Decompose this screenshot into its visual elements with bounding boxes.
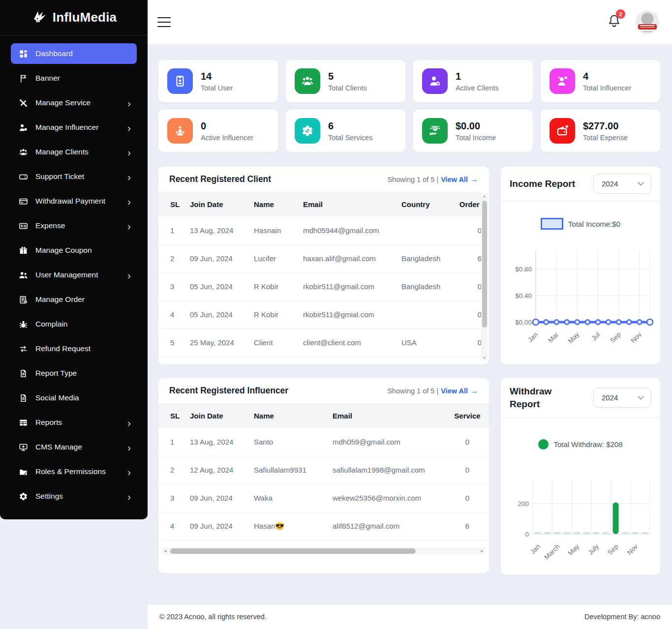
svg-text:$0.40: $0.40 <box>515 292 532 300</box>
income-report-title: Income Report <box>510 179 575 189</box>
table-cell: 2 <box>158 456 186 484</box>
recent-influencers-table: SLJoin DateNameEmailService$ 113 Aug, 20… <box>158 403 489 540</box>
vertical-scrollbar[interactable]: ▲ ▼ <box>481 193 488 360</box>
hamburger-menu-icon[interactable] <box>157 12 172 32</box>
sidebar-item-dashboard[interactable]: Dashboard <box>11 43 137 64</box>
table-row: 525 May, 2024Clientclient@client.comUSA0 <box>158 329 481 357</box>
development-credit: Development By: acnoo <box>584 613 660 621</box>
notifications-button[interactable]: 2 <box>608 14 621 30</box>
order-check-icon <box>18 295 29 304</box>
svg-text:Jan: Jan <box>526 331 539 344</box>
stat-card-total-services: 6Total Services <box>286 110 405 152</box>
income-legend-swatch <box>541 218 563 230</box>
sidebar-item-manage-coupon[interactable]: Manage Coupon <box>11 240 137 261</box>
wallet-icon <box>550 118 575 144</box>
table-cell: Santo <box>250 428 329 456</box>
svg-text:$0.80: $0.80 <box>515 266 532 273</box>
sidebar-item-label: Dashboard <box>35 49 73 58</box>
table-cell: Lucifer <box>250 244 299 272</box>
stat-label: Total Income <box>456 134 496 142</box>
arrow-right-icon[interactable]: → <box>470 175 478 184</box>
sidebar-item-report-type[interactable]: Report Type <box>11 363 137 384</box>
influencer-icon <box>550 68 575 94</box>
table-cell: 13 Aug, 2024 <box>186 428 250 456</box>
horizontal-scrollbar[interactable]: ◄ ► <box>162 547 485 555</box>
svg-text:$0.00: $0.00 <box>515 319 532 326</box>
ticket-icon <box>18 172 29 181</box>
sidebar: InfluMedia DashboardBannerManage Service… <box>0 0 148 519</box>
flag-icon <box>18 74 29 83</box>
file-icon <box>18 393 29 403</box>
table-cell: rkobir511@gmial.com <box>299 300 397 329</box>
table-cell: 4 <box>158 300 186 329</box>
credit-card-icon <box>18 197 29 206</box>
income-year-select[interactable]: 2024 <box>593 174 651 194</box>
sidebar-item-manage-influencer[interactable]: Manage Influencer› <box>11 117 137 138</box>
brand[interactable]: InfluMedia <box>0 0 148 35</box>
chevron-down-icon <box>638 393 644 400</box>
sidebar-item-reports[interactable]: Reports› <box>11 412 137 433</box>
table-cell: 0 <box>447 428 488 456</box>
svg-text:March: March <box>543 543 561 561</box>
showing-count: Showing 1 of 5 | <box>387 387 438 395</box>
sidebar-item-manage-order[interactable]: Manage Order <box>11 289 137 310</box>
user-avatar[interactable] <box>636 10 659 34</box>
stat-value: 14 <box>201 71 233 82</box>
tools-icon <box>18 98 29 108</box>
sidebar-item-label: Expense <box>35 221 65 230</box>
sidebar-item-expense[interactable]: $Expense› <box>11 215 137 236</box>
table-cell: wekew25356@morxin.com <box>329 484 447 512</box>
sidebar-item-manage-clients[interactable]: Manage Clients› <box>11 142 137 162</box>
withdraw-report-title: Withdraw Report <box>510 385 569 410</box>
table-cell: 09 Jun, 2024 <box>186 484 250 512</box>
table-cell: 0 <box>447 300 481 329</box>
svg-text:Mar: Mar <box>547 330 560 344</box>
scroll-right-icon[interactable]: ► <box>480 547 484 555</box>
table-cell: 05 Jun, 2024 <box>186 272 250 300</box>
sidebar-item-label: Manage Influencer <box>35 123 98 132</box>
scrollbar-thumb[interactable] <box>482 201 487 328</box>
scroll-down-icon[interactable]: ▼ <box>481 356 488 359</box>
sidebar-item-withdrawal-payment[interactable]: Withdrawal Payment› <box>11 191 137 211</box>
table-row: 113 Aug, 2024Hasnainmdh05944@gmail.com0 <box>158 216 481 244</box>
table-cell: Client <box>250 329 299 357</box>
table-cell: Hasnain <box>250 216 299 244</box>
sidebar-item-social-media[interactable]: Social Media <box>11 388 137 408</box>
stat-label: Total Expense <box>583 134 628 142</box>
gift-icon <box>18 246 29 255</box>
sidebar-item-label: Manage Coupon <box>35 246 92 255</box>
sidebar-item-roles-permissions[interactable]: Roles & Permissions› <box>11 461 137 482</box>
arrow-right-icon[interactable]: → <box>470 387 478 395</box>
money-hand-icon: $ <box>422 118 448 144</box>
sidebar-item-label: Banner <box>35 74 60 83</box>
view-all-influencers-link[interactable]: View All <box>441 387 468 395</box>
sidebar-item-label: Manage Clients <box>35 148 89 156</box>
table-cell: 6 <box>447 512 488 540</box>
sidebar-item-complain[interactable]: Complain <box>11 314 137 334</box>
sidebar-item-label: Reports <box>35 418 62 427</box>
sidebar-item-banner[interactable]: Banner <box>11 68 137 89</box>
scroll-left-icon[interactable]: ◄ <box>163 547 167 555</box>
sidebar-item-cms-manage[interactable]: CMS Manage› <box>11 437 137 457</box>
table-cell: client@client.com <box>299 329 397 357</box>
brand-name: InfluMedia <box>53 10 117 25</box>
svg-text:$: $ <box>21 224 23 228</box>
stat-value: 1 <box>456 71 499 82</box>
sidebar-item-support-ticket[interactable]: Support Ticket› <box>11 166 137 187</box>
scrollbar-thumb[interactable] <box>170 548 416 554</box>
table-cell: 09 Jun, 2024 <box>186 244 250 272</box>
table-cell: 13 Aug, 2024 <box>186 216 250 244</box>
sidebar-item-settings[interactable]: Settings› <box>11 486 137 507</box>
withdraw-year-select[interactable]: 2024 <box>593 388 651 408</box>
sidebar-item-manage-service[interactable]: Manage Service› <box>11 92 137 113</box>
sidebar-item-refund-request[interactable]: Refund Request <box>11 338 137 359</box>
svg-text:Jul: Jul <box>590 331 602 342</box>
sidebar-item-label: CMS Manage <box>35 443 82 451</box>
column-header: Country <box>397 192 447 216</box>
scroll-up-icon[interactable]: ▲ <box>481 194 488 198</box>
stat-card-total-influencer: 4Total Influencer <box>541 60 660 102</box>
stat-value: 6 <box>328 120 372 132</box>
view-all-clients-link[interactable]: View All <box>441 176 468 183</box>
sidebar-item-user-management[interactable]: User Management› <box>11 265 137 285</box>
stat-value: 0 <box>201 120 253 132</box>
